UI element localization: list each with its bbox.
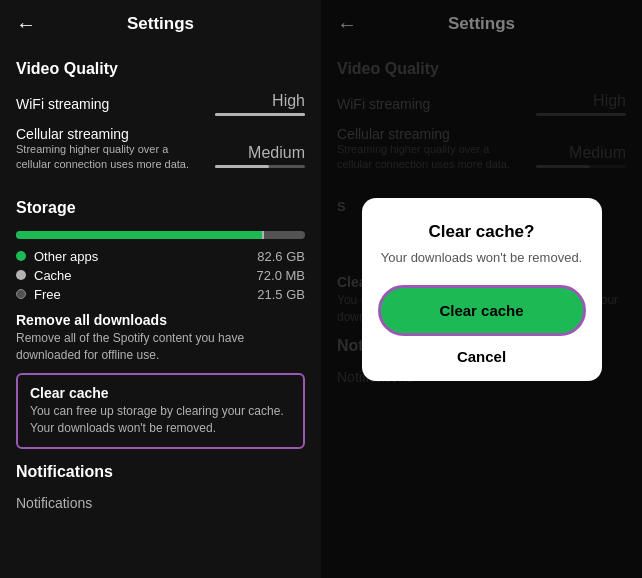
- wifi-streaming-value-container-left: High: [215, 92, 305, 116]
- legend-other-value: 82.6 GB: [257, 249, 305, 264]
- left-header: ← Settings: [0, 0, 321, 48]
- remove-downloads-desc-left: Remove all of the Spotify content you ha…: [16, 330, 305, 364]
- dialog-title: Clear cache?: [429, 222, 535, 242]
- back-arrow-left[interactable]: ←: [16, 13, 36, 36]
- video-quality-title-left: Video Quality: [16, 60, 305, 78]
- legend-other-label: Other apps: [34, 249, 257, 264]
- cellular-sub-left: Streaming higher quality over a cellular…: [16, 142, 196, 173]
- storage-title-left: Storage: [16, 199, 305, 217]
- clear-cache-confirm-button[interactable]: Clear cache: [378, 285, 586, 336]
- legend-free: Free 21.5 GB: [16, 287, 305, 302]
- legend-cache-value: 72.0 MB: [257, 268, 305, 283]
- dialog-desc: Your downloads won't be removed.: [381, 250, 582, 265]
- storage-bar-other: [16, 231, 262, 239]
- clear-cache-desc-left: You can free up storage by clearing your…: [30, 403, 291, 437]
- remove-downloads-left[interactable]: Remove all downloads Remove all of the S…: [16, 312, 305, 364]
- dot-cache: [16, 270, 26, 280]
- cellular-value-left: Medium: [248, 144, 305, 162]
- wifi-streaming-value-left: High: [272, 92, 305, 110]
- wifi-streaming-label-left: WiFi streaming: [16, 96, 109, 112]
- storage-bar-cache: [262, 231, 264, 239]
- cellular-value-container-left: Medium: [215, 144, 305, 168]
- legend-other: Other apps 82.6 GB: [16, 249, 305, 264]
- cellular-streaming-row-left[interactable]: Cellular streaming Streaming higher qual…: [16, 126, 305, 187]
- clear-cache-box-left[interactable]: Clear cache You can free up storage by c…: [16, 373, 305, 449]
- wifi-slider-left[interactable]: [215, 113, 305, 116]
- legend-free-value: 21.5 GB: [257, 287, 305, 302]
- storage-bar-left: [16, 231, 305, 239]
- cellular-info-left: Cellular streaming Streaming higher qual…: [16, 126, 196, 187]
- notifications-title-left: Notifications: [16, 463, 305, 481]
- clear-cache-dialog: Clear cache? Your downloads won't be rem…: [362, 198, 602, 381]
- dot-free: [16, 289, 26, 299]
- dot-other: [16, 251, 26, 261]
- left-title: Settings: [127, 14, 194, 34]
- wifi-streaming-row-left[interactable]: WiFi streaming High: [16, 92, 305, 116]
- left-content: Video Quality WiFi streaming High Cellul…: [0, 48, 321, 513]
- right-panel: ← Settings Video Quality WiFi streaming …: [321, 0, 642, 578]
- notifications-item-left[interactable]: Notifications: [16, 495, 305, 511]
- remove-downloads-title-left: Remove all downloads: [16, 312, 305, 328]
- left-panel: ← Settings Video Quality WiFi streaming …: [0, 0, 321, 578]
- cellular-slider-left[interactable]: [215, 165, 305, 168]
- legend-free-label: Free: [34, 287, 257, 302]
- cellular-label-left: Cellular streaming: [16, 126, 196, 142]
- dialog-cancel-button[interactable]: Cancel: [457, 348, 506, 365]
- dialog-overlay: Clear cache? Your downloads won't be rem…: [321, 0, 642, 578]
- notifications-section-left: Notifications Notifications: [16, 463, 305, 511]
- legend-cache: Cache 72.0 MB: [16, 268, 305, 283]
- clear-cache-title-left: Clear cache: [30, 385, 291, 401]
- storage-legend-left: Other apps 82.6 GB Cache 72.0 MB Free 21…: [16, 249, 305, 302]
- legend-cache-label: Cache: [34, 268, 257, 283]
